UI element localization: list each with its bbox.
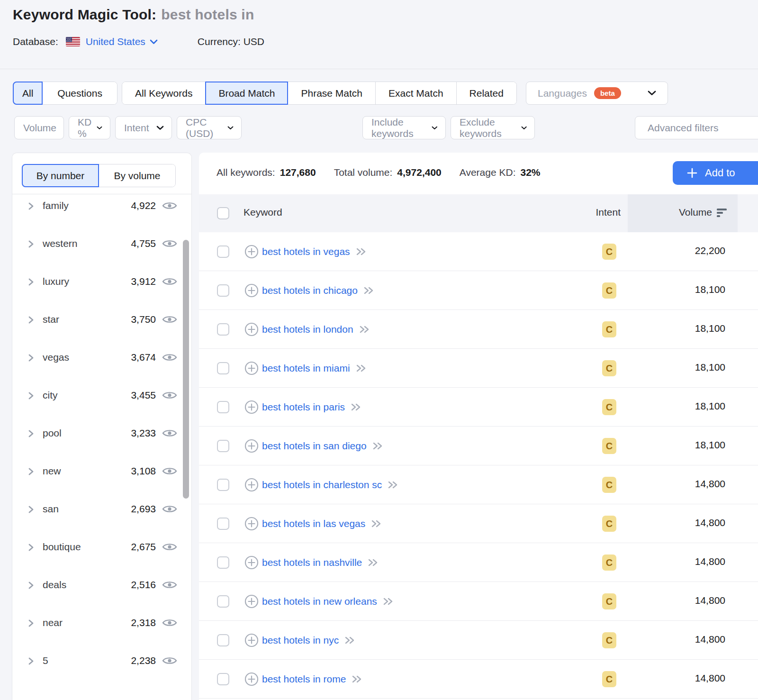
keyword-groups-sidebar: By number By volume family 4,922 western…: [12, 153, 192, 700]
tab-exact-match[interactable]: Exact Match: [376, 82, 457, 104]
row-checkbox[interactable]: [217, 634, 229, 646]
keyword-link[interactable]: best hotels in new orleans: [262, 596, 377, 607]
row-checkbox[interactable]: [217, 518, 229, 530]
eye-icon[interactable]: [162, 428, 177, 438]
row-checkbox[interactable]: [217, 362, 229, 374]
plus-circle-icon[interactable]: [244, 594, 259, 609]
volume-filter-dropdown[interactable]: Volume: [14, 116, 64, 139]
double-chevron-right-icon[interactable]: [383, 597, 394, 606]
tab-all[interactable]: All: [13, 82, 43, 104]
plus-circle-icon[interactable]: [244, 478, 259, 492]
advanced-filters-button[interactable]: Advanced filters: [635, 116, 758, 139]
tab-questions[interactable]: Questions: [43, 82, 117, 104]
plus-circle-icon[interactable]: [244, 517, 259, 531]
group-row-deals[interactable]: deals 2,516: [12, 573, 191, 611]
tab-phrase-match[interactable]: Phrase Match: [288, 82, 376, 104]
group-row-pool[interactable]: pool 3,233: [12, 422, 191, 460]
keyword-link[interactable]: best hotels in london: [262, 324, 353, 335]
all-keywords-label: All keywords:: [217, 167, 275, 178]
toggle-by-number[interactable]: By number: [22, 164, 99, 187]
group-row-family[interactable]: family 4,922: [12, 194, 191, 232]
eye-icon[interactable]: [162, 314, 177, 325]
eye-icon[interactable]: [162, 200, 177, 211]
sidebar-scrollbar[interactable]: [183, 240, 189, 499]
keyword-link[interactable]: best hotels in charleston sc: [262, 479, 382, 491]
group-row-5[interactable]: 5 2,238: [12, 649, 191, 687]
eye-icon[interactable]: [162, 390, 177, 400]
include-keywords-dropdown[interactable]: Include keywords: [362, 116, 446, 139]
eye-icon[interactable]: [162, 352, 177, 363]
column-volume[interactable]: Volume: [628, 207, 727, 218]
plus-circle-icon[interactable]: [244, 555, 259, 570]
add-to-button[interactable]: Add to: [673, 161, 758, 185]
intent-filter-dropdown[interactable]: Intent: [115, 116, 172, 139]
exclude-keywords-dropdown[interactable]: Exclude keywords: [451, 116, 535, 139]
eye-icon[interactable]: [162, 618, 177, 628]
plus-circle-icon[interactable]: [244, 633, 259, 647]
group-row-boutique[interactable]: boutique 2,675: [12, 536, 191, 573]
double-chevron-right-icon[interactable]: [371, 519, 382, 528]
kd-filter-dropdown[interactable]: KD %: [69, 116, 110, 139]
eye-icon[interactable]: [162, 580, 177, 590]
group-row-new[interactable]: new 3,108: [12, 460, 191, 498]
group-row-near[interactable]: near 2,318: [12, 611, 191, 649]
plus-circle-icon[interactable]: [244, 439, 259, 453]
double-chevron-right-icon[interactable]: [344, 636, 355, 645]
eye-icon[interactable]: [162, 542, 177, 552]
double-chevron-right-icon[interactable]: [356, 247, 367, 256]
double-chevron-right-icon[interactable]: [372, 442, 383, 450]
plus-circle-icon[interactable]: [244, 245, 259, 259]
double-chevron-right-icon[interactable]: [352, 675, 362, 683]
plus-circle-icon[interactable]: [244, 400, 259, 414]
double-chevron-right-icon[interactable]: [351, 403, 361, 411]
eye-icon[interactable]: [162, 466, 177, 476]
row-checkbox[interactable]: [217, 284, 229, 297]
keyword-link[interactable]: best hotels in las vegas: [262, 518, 365, 529]
eye-icon[interactable]: [162, 655, 177, 666]
group-row-city[interactable]: city 3,455: [12, 384, 191, 422]
languages-dropdown[interactable]: Languages beta: [526, 82, 668, 105]
plus-circle-icon[interactable]: [244, 283, 259, 298]
double-chevron-right-icon[interactable]: [368, 558, 379, 567]
group-row-star[interactable]: star 3,750: [12, 308, 191, 346]
chevron-right-icon: [28, 581, 34, 590]
row-checkbox[interactable]: [217, 595, 229, 608]
keyword-link[interactable]: best hotels in miami: [262, 363, 350, 374]
row-checkbox[interactable]: [217, 401, 229, 413]
plus-circle-icon[interactable]: [244, 361, 259, 375]
double-chevron-right-icon[interactable]: [359, 325, 370, 334]
group-row-luxury[interactable]: luxury 3,912: [12, 270, 191, 308]
eye-icon[interactable]: [162, 276, 177, 287]
toggle-by-volume[interactable]: By volume: [99, 164, 175, 187]
row-checkbox[interactable]: [217, 556, 229, 569]
double-chevron-right-icon[interactable]: [388, 481, 398, 489]
keyword-link[interactable]: best hotels in vegas: [262, 246, 350, 257]
group-row-vegas[interactable]: vegas 3,674: [12, 346, 191, 384]
row-checkbox[interactable]: [217, 479, 229, 491]
double-chevron-right-icon[interactable]: [363, 286, 374, 295]
group-row-western[interactable]: western 4,755: [12, 232, 191, 270]
cpc-filter-dropdown[interactable]: CPC (USD): [177, 116, 242, 139]
row-checkbox[interactable]: [217, 323, 229, 336]
keyword-link[interactable]: best hotels in san diego: [262, 440, 367, 452]
tab-broad-match[interactable]: Broad Match: [206, 82, 288, 104]
database-selector[interactable]: United States: [86, 36, 158, 47]
tab-related[interactable]: Related: [457, 82, 516, 104]
plus-circle-icon[interactable]: [244, 322, 259, 336]
double-chevron-right-icon[interactable]: [356, 364, 367, 373]
tab-all-keywords[interactable]: All Keywords: [122, 82, 206, 104]
keyword-link[interactable]: best hotels in nashville: [262, 557, 362, 568]
select-all-checkbox[interactable]: [217, 207, 229, 219]
keyword-link[interactable]: best hotels in nyc: [262, 635, 339, 646]
group-row-san[interactable]: san 2,693: [12, 498, 191, 536]
eye-icon[interactable]: [162, 238, 177, 249]
plus-circle-icon[interactable]: [244, 672, 259, 686]
keyword-link[interactable]: best hotels in chicago: [262, 285, 358, 296]
eye-icon[interactable]: [162, 504, 177, 514]
keyword-link[interactable]: best hotels in rome: [262, 673, 346, 685]
row-checkbox[interactable]: [217, 245, 229, 258]
row-checkbox[interactable]: [217, 440, 229, 452]
match-type-group-1: All Questions: [13, 82, 117, 105]
keyword-link[interactable]: best hotels in paris: [262, 401, 345, 413]
row-checkbox[interactable]: [217, 673, 229, 685]
